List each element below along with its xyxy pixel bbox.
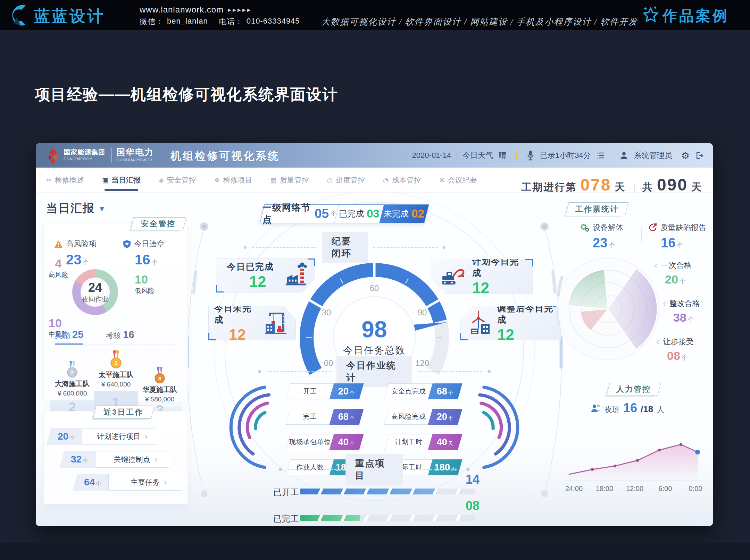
planned-hours-label: 计划工时 [395,438,423,447]
planned-projects-row[interactable]: 20个 计划进行项目› [49,428,162,445]
high-risk-seg-label: 高风险 [45,270,72,279]
control-points-label: 关键控制点› [95,451,176,468]
stat-bar-highrisk-done: 高风险完成 20个 [384,409,462,425]
svg-text:18:00: 18:00 [596,485,613,492]
svg-text:30: 30 [322,308,331,317]
stat-divider [641,224,642,246]
microphone-icon[interactable] [527,150,534,161]
corner-accent [208,333,216,340]
tab-meeting[interactable]: ❋会议纪要 [439,175,477,185]
stat-bar-finish: 完工 68个 [285,409,364,425]
tab-label: 质量管控 [280,175,309,185]
dashed-line [267,371,331,372]
first-pass-value: 20 [665,273,678,286]
chevron-left-icon: ‹ [657,336,660,347]
night-shift-unit: 人 [657,405,664,415]
username[interactable]: 系统管理员 [634,150,672,161]
highrisk-done-value: 20个 [437,411,453,422]
planned-today-card: 计划今日完成 12 [432,259,533,294]
toolbar-divider [457,151,457,160]
tab-label: 安全管控 [167,175,196,185]
recent-work-badge: 近3日工作 [93,406,154,419]
tab-progress[interactable]: ◷进度管控 [327,175,365,185]
completed-value: 03 [367,207,380,220]
dashed-line [409,469,461,470]
donut-center: 24 夜间作业 [67,264,123,320]
planned-label: 计划进行项目› [82,428,162,445]
tab-label: 当日汇报 [111,175,141,185]
work-arcs-left [229,381,272,473]
work-ticket-badge: 工作票统计 [565,202,628,216]
settings-gear-icon[interactable]: ⚙ [681,150,690,161]
finish-label: 完工 [303,412,317,421]
start-label: 开工 [303,387,317,396]
tab-cost[interactable]: ◔成本管控 [383,175,421,185]
factory-icon [282,262,309,289]
corner-accent [525,259,533,266]
today-completed-value: 12 [222,273,279,290]
chevron-left-icon: ‹ [663,298,666,309]
tab-daily-report[interactable]: ▣当日汇报 [102,175,141,185]
list-icon[interactable] [597,151,605,160]
tab-assess[interactable]: 考核 16 [106,329,134,341]
today-work-stats-section: 今日作业统计 [258,356,491,387]
planned-today-label: 计划今日完成 [472,256,527,279]
site-logo-text[interactable]: 蓝蓝设计 [34,6,105,27]
chevron-down-icon: ▾ [100,203,104,214]
line-dot [258,370,261,373]
quality-defect-stat: 质量缺陷报告 16个 [648,222,706,251]
portfolio-link[interactable]: 作品案例 [662,6,729,26]
site-url[interactable]: www.lanlanwork.com [140,5,224,15]
meeting-icon: ❋ [439,176,445,184]
completed-label: 已完成 [339,208,364,219]
tab-label: 进度管控 [336,175,365,185]
network-nodes-segment: 一级网络节点 05 个 [260,205,339,223]
network-nodes-label: 一级网络节点 [262,202,312,226]
line-dot [466,468,470,471]
violation-value: 16 [135,252,150,268]
uncompleted-value: 02 [411,207,424,220]
dashed-line [252,247,316,248]
svg-text:2: 2 [71,370,74,375]
weather-label: 今日天气 [462,150,493,161]
warning-icon [54,240,63,248]
work-ticket-badge-label: 工作票统计 [575,204,619,214]
high-risk-count: 4 [45,257,72,270]
page-title: 项目经验——机组检修可视化系统界面设计 [35,84,338,105]
svg-text:12:00: 12:00 [626,485,643,492]
tab-quality[interactable]: ▦质量管控 [270,175,309,185]
main-tasks-row[interactable]: 64个 主要任务› [75,474,189,491]
donut-label-high: 4 高风险 [45,257,72,279]
tab-label: 成本管控 [392,175,421,185]
svg-text:60: 60 [370,283,379,293]
rectified-label: 整改合格 [669,298,700,309]
main-tasks-count: 64个 [73,474,113,491]
site-logo[interactable] [10,5,30,27]
night-work-label: 夜间作业 [82,295,108,304]
logout-icon[interactable] [695,151,704,160]
org1-block: 国家能源集团 CHN ENERGY [64,148,105,161]
tab-safety[interactable]: ◈安全管控 [159,175,196,185]
key-control-points-row[interactable]: 32个 关键控制点› [62,451,176,468]
team-name: 大海施工队 [55,379,90,389]
stat-bar-planned-hours: 计划工时 40天 [384,434,462,450]
quality-defect-label: 质量缺陷报告 [660,222,706,233]
safety-points-value: 68个 [437,386,453,397]
today-completed-card: 今日已完成 12 [216,258,315,292]
wechat-value: ben_lanlan [167,17,208,27]
adjusted-today-texts: 调整后今日完成 12 [496,303,555,343]
org2-name-en: GUOHUA POWER [116,158,154,162]
stat-divider [114,241,114,266]
equipment-stat: 设备解体 23个 [580,222,623,251]
uncompleted-segment: 未完成 02 [379,205,428,223]
tab-projects[interactable]: ❖检修项目 [214,175,252,185]
tab-overview[interactable]: ✂检修概述 [46,175,84,185]
svg-text:90: 90 [418,308,427,317]
manpower-badge: 人力管控 [606,383,661,396]
work-arcs-right [476,381,520,473]
site-contact: 微信： ben_lanlan 电话： 010-63334945 [140,17,300,27]
daily-report-dropdown[interactable]: 当日汇报 ▾ [46,201,104,216]
safety-control-card: 安全管控 高风险项 23个 今日违章 16个 2 [43,223,188,402]
tab-reward[interactable]: 奖励 25 [55,329,83,341]
silver-medal-icon: 2 [66,361,79,378]
